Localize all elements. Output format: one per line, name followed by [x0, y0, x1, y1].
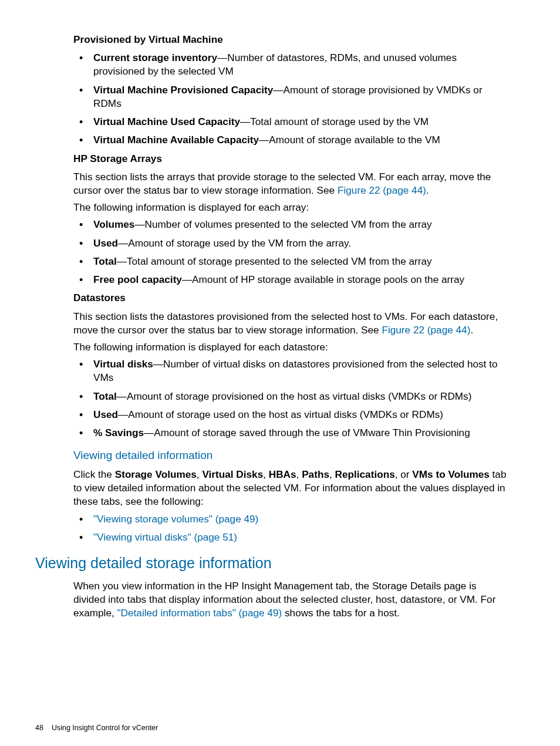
footer-title: Using Insight Control for vCenter	[52, 724, 158, 732]
tab-name: VMs to Volumes	[412, 468, 489, 480]
heading-viewing-detailed-storage-info: Viewing detailed storage information	[35, 553, 507, 573]
tab-name: Paths	[302, 468, 329, 480]
paragraph: This section lists the datastores provis…	[73, 310, 507, 337]
desc: —Total amount of storage used by the VM	[240, 116, 429, 127]
text: ,	[329, 468, 335, 480]
heading-hp-storage-arrays: HP Storage Arrays	[73, 152, 507, 166]
list-item: Volumes—Number of volumes presented to t…	[73, 218, 507, 231]
link-viewing-virtual-disks[interactable]: "Viewing virtual disks" (page 51)	[93, 531, 237, 543]
tab-name: Storage Volumes	[115, 468, 197, 480]
term: Virtual Machine Provisioned Capacity	[93, 84, 273, 96]
paragraph: Click the Storage Volumes, Virtual Disks…	[73, 468, 507, 509]
page-number: 48	[35, 724, 43, 732]
desc: —Amount of HP storage available in stora…	[182, 274, 464, 285]
term: Current storage inventory	[93, 52, 217, 63]
link-detailed-info-tabs[interactable]: "Detailed information tabs" (page 49)	[117, 607, 282, 619]
link-figure-22[interactable]: Figure 22 (page 44)	[338, 184, 426, 196]
term: Virtual Machine Used Capacity	[93, 116, 240, 127]
page-footer: 48Using Insight Control for vCenter	[35, 724, 158, 732]
paragraph: The following information is displayed f…	[73, 201, 507, 214]
list-item: Virtual Machine Provisioned Capacity—Amo…	[73, 83, 507, 110]
term: Free pool capacity	[93, 274, 182, 285]
list-item: Virtual Machine Available Capacity—Amoun…	[73, 133, 507, 147]
list-item: Total—Total amount of storage presented …	[73, 255, 507, 268]
desc: —Amount of storage used by the VM from t…	[118, 237, 351, 249]
term: Total	[93, 255, 117, 267]
document-page: Provisioned by Virtual Machine Current s…	[0, 0, 560, 746]
text: ,	[197, 468, 203, 480]
term: Used	[93, 409, 118, 420]
list-item: "Viewing virtual disks" (page 51)	[73, 531, 507, 544]
list-item: Used—Amount of storage used on the host …	[73, 408, 507, 421]
desc: —Number of virtual disks on datastores p…	[93, 358, 497, 383]
tab-name: Replications	[335, 468, 395, 480]
paragraph: When you view information in the HP Insi…	[73, 579, 507, 620]
list-hp-storage-arrays: Volumes—Number of volumes presented to t…	[73, 218, 507, 286]
desc: —Amount of storage saved through the use…	[144, 427, 470, 438]
link-figure-22[interactable]: Figure 22 (page 44)	[382, 324, 470, 336]
list-item: Free pool capacity—Amount of HP storage …	[73, 273, 507, 286]
term: Total	[93, 390, 117, 402]
list-item: % Savings—Amount of storage saved throug…	[73, 426, 507, 440]
desc: —Amount of storage provisioned on the ho…	[117, 390, 472, 402]
list-item: Total—Amount of storage provisioned on t…	[73, 390, 507, 403]
text: Click the	[73, 468, 115, 480]
list-item: Virtual disks—Number of virtual disks on…	[73, 357, 507, 384]
term: Volumes	[93, 218, 134, 230]
list-item: Virtual Machine Used Capacity—Total amou…	[73, 115, 507, 129]
term: % Savings	[93, 427, 144, 438]
list-item: Used—Amount of storage used by the VM fr…	[73, 237, 507, 250]
desc: —Amount of storage available to the VM	[259, 134, 440, 146]
desc: —Amount of storage used on the host as v…	[118, 409, 443, 420]
tab-name: HBAs	[269, 468, 296, 480]
list-item: "Viewing storage volumes" (page 49)	[73, 512, 507, 526]
term: Virtual disks	[93, 358, 153, 370]
desc: —Number of volumes presented to the sele…	[134, 218, 431, 230]
term: Virtual Machine Available Capacity	[93, 134, 259, 146]
heading-datastores: Datastores	[73, 291, 507, 305]
text: shows the tabs for a host.	[282, 607, 400, 619]
tab-name: Virtual Disks	[202, 468, 263, 480]
list-detail-links: "Viewing storage volumes" (page 49) "Vie…	[73, 512, 507, 544]
heading-provisioned-vm: Provisioned by Virtual Machine	[73, 33, 507, 46]
paragraph: The following information is displayed f…	[73, 340, 507, 354]
desc: —Total amount of storage presented to th…	[117, 255, 432, 267]
list-datastores: Virtual disks—Number of virtual disks on…	[73, 357, 507, 440]
list-item: Current storage inventory—Number of data…	[73, 51, 507, 78]
text: .	[470, 324, 473, 336]
content-column: Provisioned by Virtual Machine Current s…	[73, 33, 507, 620]
paragraph: This section lists the arrays that provi…	[73, 170, 507, 197]
list-provisioned-vm: Current storage inventory—Number of data…	[73, 51, 507, 147]
text: ,	[296, 468, 302, 480]
heading-viewing-detailed-info: Viewing detailed information	[73, 448, 507, 463]
link-viewing-storage-volumes[interactable]: "Viewing storage volumes" (page 49)	[93, 513, 258, 525]
term: Used	[93, 237, 118, 249]
text: .	[426, 184, 429, 196]
text: ,	[263, 468, 269, 480]
text: , or	[395, 468, 413, 480]
